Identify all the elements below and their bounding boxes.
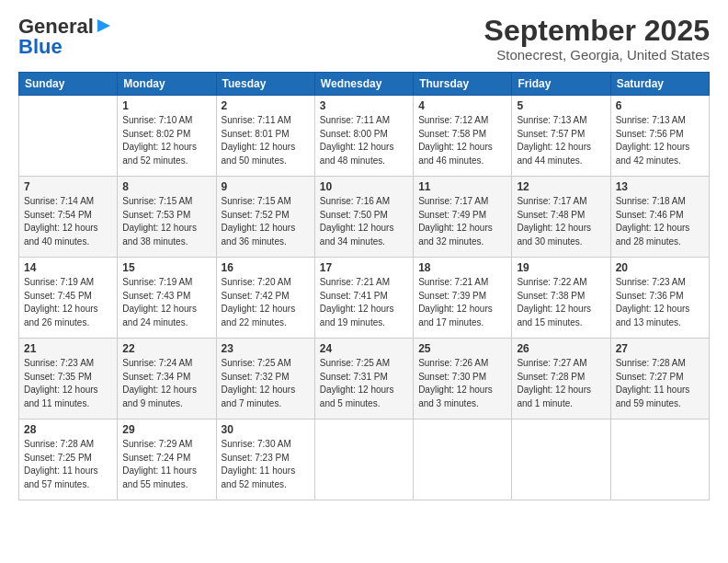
day-number: 12: [517, 180, 605, 193]
day-number: 20: [616, 261, 704, 274]
day-number: 1: [122, 99, 210, 112]
day-info: Sunrise: 7:24 AMSunset: 7:34 PMDaylight:…: [122, 357, 210, 410]
col-header-friday: Friday: [512, 73, 610, 96]
day-number: 28: [24, 423, 112, 436]
day-number: 4: [418, 99, 506, 112]
calendar-cell: 27Sunrise: 7:28 AMSunset: 7:27 PMDayligh…: [610, 339, 709, 419]
day-info: Sunrise: 7:13 AMSunset: 7:57 PMDaylight:…: [517, 114, 605, 167]
calendar-cell: [414, 419, 512, 500]
calendar-cell: [314, 419, 413, 500]
day-info: Sunrise: 7:28 AMSunset: 7:27 PMDaylight:…: [616, 357, 704, 410]
day-info: Sunrise: 7:25 AMSunset: 7:32 PMDaylight:…: [222, 357, 310, 410]
day-number: 17: [320, 261, 408, 274]
calendar-cell: 26Sunrise: 7:27 AMSunset: 7:28 PMDayligh…: [512, 339, 610, 419]
logo: General Blue: [18, 15, 112, 59]
day-number: 29: [122, 423, 210, 436]
calendar-week-row: 1Sunrise: 7:10 AMSunset: 8:02 PMDaylight…: [19, 96, 710, 177]
day-number: 8: [122, 180, 210, 193]
day-info: Sunrise: 7:25 AMSunset: 7:31 PMDaylight:…: [320, 357, 408, 410]
day-number: 27: [616, 342, 704, 355]
calendar-cell: 24Sunrise: 7:25 AMSunset: 7:31 PMDayligh…: [314, 339, 413, 419]
day-info: Sunrise: 7:26 AMSunset: 7:30 PMDaylight:…: [418, 357, 506, 410]
day-info: Sunrise: 7:15 AMSunset: 7:53 PMDaylight:…: [122, 195, 210, 248]
day-info: Sunrise: 7:20 AMSunset: 7:42 PMDaylight:…: [222, 276, 310, 329]
day-info: Sunrise: 7:23 AMSunset: 7:36 PMDaylight:…: [616, 276, 704, 329]
calendar-cell: 29Sunrise: 7:29 AMSunset: 7:24 PMDayligh…: [118, 419, 216, 500]
calendar-cell: 9Sunrise: 7:15 AMSunset: 7:52 PMDaylight…: [216, 177, 314, 258]
calendar-cell: 30Sunrise: 7:30 AMSunset: 7:23 PMDayligh…: [216, 419, 314, 500]
day-info: Sunrise: 7:23 AMSunset: 7:35 PMDaylight:…: [24, 357, 112, 410]
day-number: 19: [517, 261, 605, 274]
calendar-cell: 10Sunrise: 7:16 AMSunset: 7:50 PMDayligh…: [314, 177, 413, 258]
day-info: Sunrise: 7:17 AMSunset: 7:49 PMDaylight:…: [418, 195, 506, 248]
calendar-cell: 17Sunrise: 7:21 AMSunset: 7:41 PMDayligh…: [314, 258, 413, 339]
day-info: Sunrise: 7:19 AMSunset: 7:43 PMDaylight:…: [122, 276, 210, 329]
day-info: Sunrise: 7:15 AMSunset: 7:52 PMDaylight:…: [222, 195, 310, 248]
day-info: Sunrise: 7:21 AMSunset: 7:41 PMDaylight:…: [320, 276, 408, 329]
calendar-cell: 14Sunrise: 7:19 AMSunset: 7:45 PMDayligh…: [19, 258, 118, 339]
page: General Blue September 2025 Stonecrest, …: [0, 0, 728, 563]
calendar-cell: 22Sunrise: 7:24 AMSunset: 7:34 PMDayligh…: [118, 339, 216, 419]
month-title: September 2025: [484, 15, 710, 47]
day-info: Sunrise: 7:28 AMSunset: 7:25 PMDaylight:…: [24, 438, 112, 491]
day-info: Sunrise: 7:21 AMSunset: 7:39 PMDaylight:…: [418, 276, 506, 329]
day-info: Sunrise: 7:30 AMSunset: 7:23 PMDaylight:…: [222, 438, 310, 491]
header: General Blue September 2025 Stonecrest, …: [18, 15, 710, 63]
calendar-cell: 3Sunrise: 7:11 AMSunset: 8:00 PMDaylight…: [314, 96, 413, 177]
day-number: 14: [24, 261, 112, 274]
day-number: 6: [616, 99, 704, 112]
day-number: 25: [418, 342, 506, 355]
day-info: Sunrise: 7:16 AMSunset: 7:50 PMDaylight:…: [320, 195, 408, 248]
calendar-cell: [512, 419, 610, 500]
day-info: Sunrise: 7:22 AMSunset: 7:38 PMDaylight:…: [517, 276, 605, 329]
calendar-cell: 18Sunrise: 7:21 AMSunset: 7:39 PMDayligh…: [414, 258, 512, 339]
col-header-saturday: Saturday: [610, 73, 709, 96]
day-number: 15: [122, 261, 210, 274]
calendar-cell: 20Sunrise: 7:23 AMSunset: 7:36 PMDayligh…: [610, 258, 709, 339]
calendar-cell: 25Sunrise: 7:26 AMSunset: 7:30 PMDayligh…: [414, 339, 512, 419]
calendar-week-row: 28Sunrise: 7:28 AMSunset: 7:25 PMDayligh…: [19, 419, 710, 500]
day-info: Sunrise: 7:12 AMSunset: 7:58 PMDaylight:…: [418, 114, 506, 167]
day-number: 22: [122, 342, 210, 355]
day-number: 7: [24, 180, 112, 193]
calendar-cell: 16Sunrise: 7:20 AMSunset: 7:42 PMDayligh…: [216, 258, 314, 339]
calendar-cell: [19, 96, 118, 177]
day-number: 11: [418, 180, 506, 193]
calendar-cell: 5Sunrise: 7:13 AMSunset: 7:57 PMDaylight…: [512, 96, 610, 177]
day-number: 18: [418, 261, 506, 274]
calendar-cell: 28Sunrise: 7:28 AMSunset: 7:25 PMDayligh…: [19, 419, 118, 500]
day-info: Sunrise: 7:19 AMSunset: 7:45 PMDaylight:…: [24, 276, 112, 329]
col-header-wednesday: Wednesday: [314, 73, 413, 96]
day-number: 13: [616, 180, 704, 193]
day-info: Sunrise: 7:10 AMSunset: 8:02 PMDaylight:…: [122, 114, 210, 167]
calendar-cell: 4Sunrise: 7:12 AMSunset: 7:58 PMDaylight…: [414, 96, 512, 177]
calendar-cell: 2Sunrise: 7:11 AMSunset: 8:01 PMDaylight…: [216, 96, 314, 177]
day-number: 26: [517, 342, 605, 355]
calendar-cell: 12Sunrise: 7:17 AMSunset: 7:48 PMDayligh…: [512, 177, 610, 258]
day-number: 9: [222, 180, 310, 193]
day-info: Sunrise: 7:14 AMSunset: 7:54 PMDaylight:…: [24, 195, 112, 248]
calendar-cell: 8Sunrise: 7:15 AMSunset: 7:53 PMDaylight…: [118, 177, 216, 258]
day-number: 23: [222, 342, 310, 355]
day-info: Sunrise: 7:18 AMSunset: 7:46 PMDaylight:…: [616, 195, 704, 248]
day-number: 10: [320, 180, 408, 193]
calendar-cell: 15Sunrise: 7:19 AMSunset: 7:43 PMDayligh…: [118, 258, 216, 339]
day-number: 21: [24, 342, 112, 355]
logo-arrow-icon: [96, 17, 112, 34]
day-info: Sunrise: 7:11 AMSunset: 8:01 PMDaylight:…: [222, 114, 310, 167]
col-header-thursday: Thursday: [414, 73, 512, 96]
svg-marker-0: [97, 19, 110, 32]
calendar-week-row: 14Sunrise: 7:19 AMSunset: 7:45 PMDayligh…: [19, 258, 710, 339]
calendar-cell: 6Sunrise: 7:13 AMSunset: 7:56 PMDaylight…: [610, 96, 709, 177]
calendar-cell: 21Sunrise: 7:23 AMSunset: 7:35 PMDayligh…: [19, 339, 118, 419]
day-number: 3: [320, 99, 408, 112]
calendar-cell: 7Sunrise: 7:14 AMSunset: 7:54 PMDaylight…: [19, 177, 118, 258]
calendar-header-row: SundayMondayTuesdayWednesdayThursdayFrid…: [19, 73, 710, 96]
calendar-cell: 19Sunrise: 7:22 AMSunset: 7:38 PMDayligh…: [512, 258, 610, 339]
col-header-tuesday: Tuesday: [216, 73, 314, 96]
calendar-cell: 1Sunrise: 7:10 AMSunset: 8:02 PMDaylight…: [118, 96, 216, 177]
day-info: Sunrise: 7:27 AMSunset: 7:28 PMDaylight:…: [517, 357, 605, 410]
day-info: Sunrise: 7:17 AMSunset: 7:48 PMDaylight:…: [517, 195, 605, 248]
day-info: Sunrise: 7:29 AMSunset: 7:24 PMDaylight:…: [122, 438, 210, 491]
day-number: 5: [517, 99, 605, 112]
